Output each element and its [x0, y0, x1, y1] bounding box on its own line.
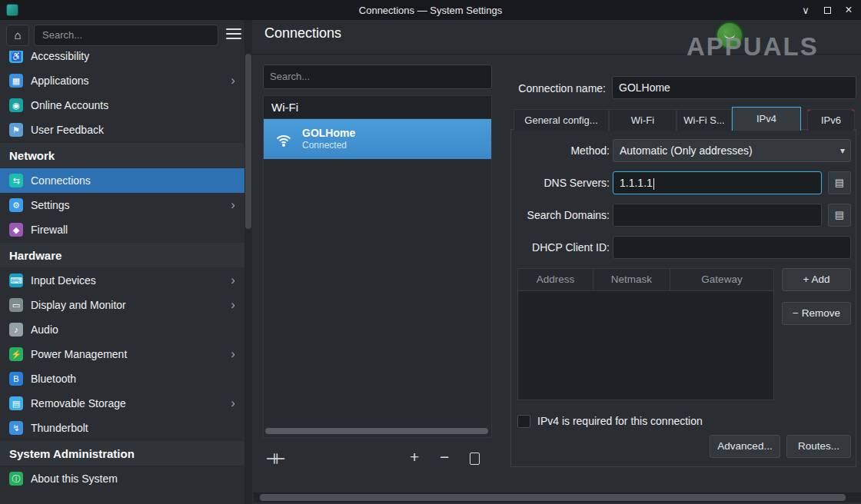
add-connection-button[interactable]: + — [410, 449, 419, 465]
add-address-button[interactable]: + Add — [782, 268, 851, 291]
address-table: AddressNetmaskGateway — [517, 268, 774, 400]
sidebar-section-system-administration: System Administration — [0, 440, 244, 466]
sidebar-item-settings[interactable]: ⚙Settings› — [0, 193, 244, 217]
connection-name-input[interactable]: GOLHome — [612, 76, 856, 99]
sidebar-item-input-devices[interactable]: ⌨Input Devices› — [0, 268, 244, 293]
menu-button[interactable] — [226, 28, 241, 41]
dhcp-client-id-label: DHCP Client ID: — [517, 236, 610, 259]
sidebar-item-bluetooth[interactable]: BBluetooth — [0, 366, 244, 391]
text-cursor — [653, 178, 654, 190]
firewall-icon: ◆ — [9, 223, 23, 237]
chevron-right-icon: › — [231, 293, 235, 317]
export-connection-button[interactable] — [470, 453, 480, 465]
tab-label: IPv4 — [756, 113, 776, 124]
plus-icon: + — [803, 274, 812, 285]
sidebar-item-thunderbolt[interactable]: ↯Thunderbolt — [0, 416, 244, 440]
search-domains-input[interactable] — [613, 204, 822, 227]
sidebar-item-label: Applications — [31, 75, 89, 87]
chevron-right-icon: › — [231, 342, 235, 366]
sidebar-item-removable-storage[interactable]: ▤Removable Storage› — [0, 391, 244, 416]
address-table-body[interactable] — [518, 291, 773, 400]
sidebar-item-firewall[interactable]: ◆Firewall — [0, 217, 244, 242]
tab-wi-fi[interactable]: Wi-Fi — [609, 109, 676, 131]
method-dropdown[interactable]: Automatic (Only addresses) ▾ — [613, 139, 851, 162]
sidebar-item-applications[interactable]: ▦Applications› — [0, 68, 244, 93]
ipv4-tab-panel: Method: Automatic (Only addresses) ▾ DNS… — [510, 129, 856, 467]
minus-icon: − — [440, 448, 449, 466]
connection-search-input[interactable]: Search... — [263, 65, 492, 89]
dhcp-client-id-input[interactable] — [613, 236, 851, 259]
sidebar-item-label: Bluetooth — [31, 373, 76, 385]
table-header-netmask[interactable]: Netmask — [593, 269, 670, 290]
list-edit-icon: ▤ — [835, 209, 844, 220]
connection-name-label: Connection name: — [504, 77, 606, 100]
maximize-icon[interactable] — [819, 5, 835, 16]
watermark-logo — [716, 22, 743, 49]
dropdown-arrow-icon: ▾ — [840, 140, 845, 161]
user-feedback-icon: ⚑ — [9, 123, 23, 137]
remove-address-button[interactable]: − Remove — [782, 302, 851, 325]
input-devices-icon: ⌨ — [9, 274, 23, 287]
connection-list-panel: Wi-Fi GOLHomeConnected — [263, 95, 492, 438]
bottom-scrollbar-thumb[interactable] — [260, 494, 846, 501]
close-icon[interactable]: × — [841, 3, 856, 17]
sidebar-scrollbar-thumb[interactable] — [245, 54, 251, 229]
sidebar-item-label: Power Management — [31, 348, 127, 360]
titlebar[interactable]: Connections — System Settings ∨ × — [0, 0, 861, 20]
table-header-gateway[interactable]: Gateway — [670, 269, 773, 290]
tab-ipv6[interactable]: IPv6 — [807, 109, 855, 131]
connection-name: GOLHome — [302, 127, 355, 141]
method-value: Automatic (Only addresses) — [620, 144, 753, 157]
plus-icon: + — [410, 448, 419, 466]
table-header-address[interactable]: Address — [518, 269, 593, 290]
online-accounts-icon: ◉ — [9, 98, 23, 112]
remove-connection-button[interactable]: − — [440, 449, 449, 465]
tab-wi-fi-s[interactable]: Wi-Fi S... — [676, 109, 732, 131]
watermark: APPUALS — [686, 22, 852, 69]
connection-status: Connected — [302, 140, 355, 151]
connection-item-text: GOLHomeConnected — [302, 127, 355, 152]
add-address-label: Add — [811, 274, 829, 285]
sidebar-item-label: Audio — [31, 323, 58, 336]
connection-item-golhome[interactable]: GOLHomeConnected — [264, 119, 491, 159]
sidebar-section-network: Network — [0, 142, 244, 168]
sidebar-item-connections[interactable]: ⇆Connections — [0, 168, 244, 193]
sidebar-item-display-and-monitor[interactable]: ▭Display and Monitor› — [0, 293, 244, 317]
tab-label: Wi-Fi — [631, 114, 654, 126]
list-scrollbar-thumb[interactable] — [265, 428, 488, 434]
thunderbolt-icon: ↯ — [9, 421, 23, 435]
sidebar-search-input[interactable]: Search... — [34, 25, 218, 46]
dns-servers-input[interactable]: 1.1.1.1 — [613, 171, 822, 194]
dns-list-button[interactable]: ▤ — [828, 171, 851, 194]
chevron-down-icon[interactable]: ∨ — [798, 5, 813, 16]
sidebar-item-user-feedback[interactable]: ⚑User Feedback — [0, 118, 244, 142]
sidebar-item-online-accounts[interactable]: ◉Online Accounts — [0, 93, 244, 118]
sidebar-item-label: Input Devices — [31, 274, 96, 287]
sidebar-item-power-management[interactable]: ⚡Power Management› — [0, 342, 244, 366]
method-label: Method: — [517, 139, 610, 162]
watermark-text: APPUALS — [686, 32, 819, 61]
sidebar-item-audio[interactable]: ♪Audio — [0, 317, 244, 342]
tab-label: IPv6 — [821, 114, 841, 126]
dns-value: 1.1.1.1 — [620, 177, 653, 189]
advanced-button[interactable]: Advanced... — [710, 435, 780, 458]
search-domains-list-button[interactable]: ▤ — [828, 204, 851, 227]
sidebar-item-label: Connections — [31, 174, 91, 187]
routes-button[interactable]: Routes... — [786, 435, 851, 458]
window-title: Connections — System Settings — [359, 5, 502, 16]
ipv4-required-label: IPv4 is required for this connection — [537, 411, 703, 431]
connection-list: GOLHomeConnected — [264, 119, 491, 159]
home-button[interactable]: ⌂ — [6, 25, 29, 46]
sidebar-item-about-this-system[interactable]: ⓘAbout this System — [0, 466, 244, 491]
ipv4-required-checkbox[interactable] — [517, 415, 530, 428]
tab-ipv4[interactable]: IPv4 — [732, 107, 801, 131]
sidebar-item-label: Removable Storage — [31, 397, 126, 410]
sidebar-list: ♿Accessibility▦Applications›◉Online Acco… — [0, 44, 244, 491]
configure-button[interactable]: ╪ — [268, 453, 284, 463]
sidebar-item-label: Display and Monitor — [31, 299, 126, 311]
tab-general-config[interactable]: General config... — [514, 109, 609, 131]
sidebar-item-label: About this System — [31, 472, 118, 485]
power-management-icon: ⚡ — [9, 347, 23, 361]
sidebar-topbar: ⌂ Search... — [0, 20, 244, 51]
chevron-right-icon: › — [231, 391, 235, 416]
